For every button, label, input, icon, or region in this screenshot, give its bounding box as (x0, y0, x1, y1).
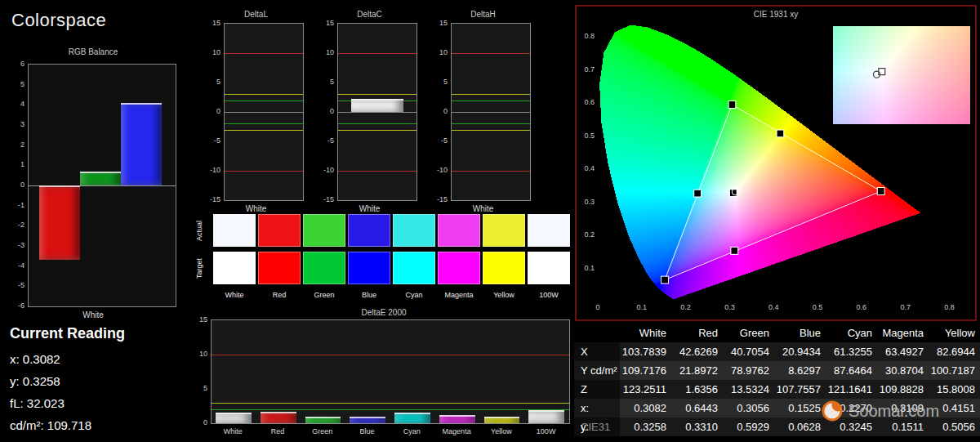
cie-1931-title: CIE 1931 xy (577, 10, 975, 19)
deltal-ytick: -15 (201, 195, 220, 203)
red-threshold-line (225, 53, 303, 54)
yellow-threshold-line (452, 94, 530, 95)
reading-line: y: 0.3258 (10, 370, 125, 392)
deltah-ytick: -5 (428, 136, 448, 145)
swatch-column-label: Red (258, 291, 301, 299)
swatch-column-label: Magenta (438, 291, 480, 299)
table-cell: 0.5929 (723, 417, 774, 436)
table-cell: 20.9434 (774, 342, 826, 361)
delta-charts-row: DeltaL151050-5-10-15WhiteDeltaC151050-5-… (199, 10, 540, 216)
green-threshold-line (452, 123, 530, 124)
table-cell: 123.2511 (620, 380, 671, 399)
table-cell: 1.6356 (671, 380, 723, 399)
green-threshold-line (225, 100, 303, 101)
red-threshold-line (338, 53, 416, 54)
table-cell: 107.7557 (774, 380, 826, 399)
deltal-ytick: 0 (201, 107, 220, 115)
rgb-ytick: 2 (7, 141, 24, 149)
green-threshold-line (452, 100, 530, 101)
deltah-ytick: 5 (428, 78, 448, 86)
swatch-target-magenta (438, 252, 480, 284)
rgb-bar-blue (121, 103, 162, 185)
deltae-ytick: 10 (196, 350, 207, 358)
swatch-row-label-target: Target (195, 252, 207, 284)
table-cell: 103.7839 (620, 342, 671, 361)
deltae-bar-cyan (394, 413, 430, 423)
table-row-label: Y cd/m² (574, 361, 620, 380)
table-cell: 0.3258 (620, 417, 671, 436)
swatch-column-label: Green (303, 291, 345, 299)
deltah-ytick: -10 (428, 166, 448, 174)
deltac-chart: DeltaC151050-5-10-15White (313, 10, 426, 216)
table-header-red: Red (671, 324, 723, 342)
cie-ytick: 0.6 (578, 98, 595, 106)
deltae-bar-blue (350, 417, 385, 423)
swatch-actual-green (303, 214, 345, 247)
table-cell: 109.8828 (877, 380, 929, 399)
colorspace-screen: Colorspace RGB Balance White 6543210-1-2… (0, 0, 980, 442)
swatch-actual-white (213, 214, 256, 247)
swatch-actual-blue (348, 214, 390, 247)
table-cell: 100.7187 (929, 361, 980, 380)
rgb-ytick: 5 (7, 80, 24, 88)
cie-ytick: 0.5 (578, 132, 595, 140)
deltac-ytick: 15 (314, 19, 334, 27)
cie-ytick: 0.8 (578, 32, 595, 40)
deltal-ytick: 5 (201, 78, 220, 86)
red-threshold-line (452, 171, 530, 172)
table-cell: 109.7176 (620, 361, 671, 380)
rgb-ytick: 3 (7, 120, 24, 128)
table-cell: 82.6944 (929, 342, 980, 361)
deltae-category-label: Red (256, 427, 301, 435)
deltae-bar-white (216, 413, 252, 423)
cie-xtick: 0.4 (763, 303, 784, 311)
table-cell: 63.4927 (877, 342, 929, 361)
deltac-category-label: White (313, 204, 426, 213)
cie-xtick: 0.6 (851, 303, 872, 311)
table-header-cyan: Cyan (826, 324, 877, 342)
table-cell: 0.1525 (774, 399, 826, 417)
current-reading-values: x: 0.3082y: 0.3258fL: 32.023cd/m²: 109.7… (10, 348, 125, 436)
deltah-title: DeltaH (426, 10, 540, 19)
table-header-empty (574, 324, 620, 342)
rgb-ytick: -4 (7, 261, 24, 270)
deltae-plot (211, 319, 570, 424)
deltac-ytick: -15 (314, 195, 334, 203)
red-threshold-line (338, 171, 416, 172)
deltae-category-label: 100W (523, 427, 568, 435)
swatch-column-label: 100W (528, 291, 570, 299)
swatch-column-label: Cyan (393, 291, 435, 299)
soomal-watermark-text: Soomal.com (849, 402, 939, 421)
reading-line: fL: 32.023 (10, 392, 125, 414)
deltae-bar-red (261, 412, 296, 423)
deltah-chart: DeltaH151050-5-10-15White (426, 10, 540, 216)
deltae-2000-chart: DeltaE 2000151050WhiteRedGreenBlueCyanMa… (196, 308, 572, 442)
table-cell: 30.8704 (877, 361, 929, 380)
table-cell: 0.6443 (671, 399, 723, 417)
swatch-target-100w (528, 252, 570, 284)
table-row: Y cd/m²109.717621.897278.97628.629787.64… (574, 361, 980, 380)
swatch-row-label-actual: Actual (195, 214, 207, 247)
table-cell: 0.3310 (671, 417, 723, 436)
deltal-ytick: 10 (201, 48, 220, 56)
swatch-target-cyan (393, 252, 435, 284)
green-threshold-line (225, 123, 303, 124)
deltac-ytick: -10 (314, 166, 334, 174)
deltac-title: DeltaC (313, 10, 426, 19)
cie-ytick: 0.3 (578, 198, 595, 206)
table-header-yellow: Yellow (929, 324, 980, 342)
deltah-ytick: 10 (428, 48, 448, 56)
deltal-ytick: -5 (201, 136, 220, 145)
deltae-bar-green (305, 417, 341, 423)
swatch-column-label: Blue (348, 291, 390, 299)
soomal-logo-icon (822, 400, 843, 422)
green-threshold-line (212, 409, 569, 410)
table-cell: 0.3082 (620, 399, 671, 417)
table-cell: 0.0628 (774, 417, 826, 436)
red-threshold-line (225, 171, 303, 172)
deltae-bar-magenta (439, 415, 475, 423)
cie-xtick: 0.5 (807, 303, 828, 311)
cie-xtick: 0 (587, 303, 608, 311)
reading-line: cd/m²: 109.718 (10, 414, 125, 436)
table-row-label: Z (574, 380, 620, 399)
